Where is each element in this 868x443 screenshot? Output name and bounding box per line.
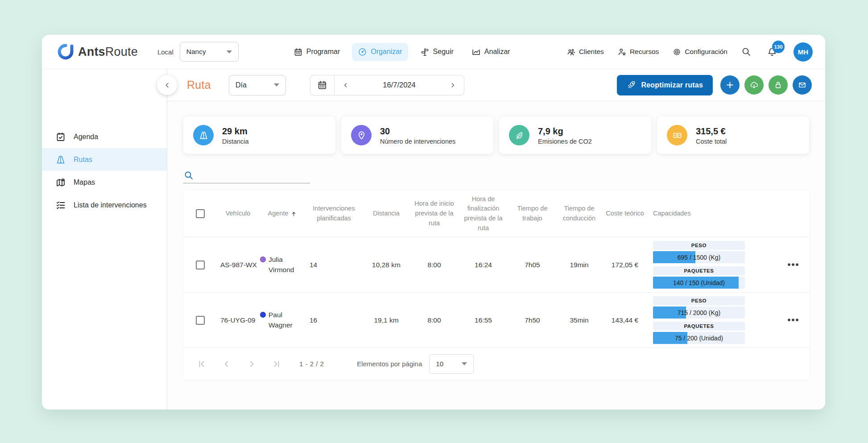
notifications-count-badge: 130 [772,41,785,53]
plus-icon [725,80,735,90]
tab-analizar[interactable]: Analizar [466,43,516,61]
previous-page-button[interactable] [222,359,231,369]
road-icon [193,125,214,145]
col-header-coste[interactable]: Coste teórico [603,209,647,219]
current-date: 16/7/2024 [357,75,442,95]
col-header-vehiculo[interactable]: Vehículo [217,209,259,219]
user-avatar[interactable]: MH [794,42,813,62]
stat-value: 315,5 € [696,125,727,137]
col-header-hora-fin[interactable]: Hora de finalización prevista de la ruta [458,195,509,233]
table-search-input[interactable] [198,169,310,181]
antsroute-logo-icon [57,43,74,60]
capacity-progressbar: 75 / 200 (Unidad) [653,332,745,344]
row-checkbox[interactable] [196,316,205,325]
cell-agent: Julia Virmond [259,255,306,275]
sidebar-item-agenda[interactable]: Agenda [42,125,167,148]
last-page-icon [272,359,281,369]
row-menu-button[interactable]: ••• [778,315,809,325]
pin-icon [351,125,372,145]
capacity-peso: PESO 715 / 2000 (Kg) [653,296,778,319]
chevron-right-icon [449,82,456,89]
col-header-capacidades[interactable]: Capacidades [647,209,778,219]
global-search-button[interactable] [741,46,752,57]
cell-distance: 10,28 km [362,261,411,269]
col-header-agente[interactable]: Agente [259,209,306,219]
map-pin-icon [55,177,66,188]
first-page-button[interactable] [197,359,207,369]
cell-driving-time: 19min [556,261,603,269]
road-icon [55,154,66,165]
col-header-tiempo-conduccion[interactable]: Tiempo de conducción [556,204,603,224]
stat-card-distancia: 29 km Distancia [183,116,335,154]
select-all-checkbox[interactable] [196,209,205,218]
sidebar-item-rutas[interactable]: Rutas [42,148,167,171]
col-header-distancia[interactable]: Distancia [362,209,411,219]
calendar-icon [293,47,303,57]
cell-driving-time: 35min [556,316,603,324]
next-page-button[interactable] [247,359,256,369]
row-checkbox[interactable] [196,261,205,269]
chart-icon [471,47,481,57]
gauge-icon [358,47,367,57]
tab-programar[interactable]: Programar [288,43,346,61]
stat-card-emisiones: 7,9 kg Emisiones de CO2 [499,116,651,154]
route-toolbar: Ruta Día 16/7/2024 [167,69,825,101]
first-page-icon [197,359,207,369]
tab-organizar[interactable]: Organizar [352,43,408,61]
tab-seguir[interactable]: Seguir [414,43,459,61]
chevron-left-icon [163,81,171,89]
cell-cost: 172,05 € [603,261,647,269]
collapse-sidebar-button[interactable] [157,75,177,95]
sidebar-item-mapas[interactable]: Mapas [42,171,167,194]
open-calendar-button[interactable] [310,75,335,95]
local-selector-group: Local Nancy [157,42,239,62]
app-window: AntsRoute Local Nancy Programar Org [42,35,825,410]
table-header-row: Vehículo Agente Intervenciones planifica… [183,190,809,237]
sidebar: Agenda Rutas Mapas Lista [42,69,167,410]
local-select[interactable]: Nancy [180,42,239,62]
rocket-icon [627,80,636,90]
capacity-peso: PESO 695 / 1500 (Kg) [653,241,778,263]
reoptimize-routes-button[interactable]: Reoptimizar rutas [617,75,713,95]
row-menu-button[interactable]: ••• [778,260,809,270]
email-routes-button[interactable] [793,75,812,95]
chevron-left-icon [342,82,349,89]
navbar-right-group: Clientes Recursos Configuración [566,42,813,62]
nav-link-clientes[interactable]: Clientes [566,47,604,57]
banknote-icon [667,125,687,145]
chevron-left-icon [222,359,231,369]
col-header-intervenciones[interactable]: Intervenciones planificadas [306,204,362,224]
add-route-button[interactable] [720,75,740,95]
stat-label: Distancia [222,138,249,145]
cloud-download-icon [749,80,759,90]
stat-value: 7,9 kg [538,125,592,137]
top-navbar: AntsRoute Local Nancy Programar Org [42,35,825,69]
lock-routes-button[interactable] [769,75,788,95]
sidebar-item-lista-intervenciones[interactable]: Lista de intervenciones [42,194,167,216]
export-download-button[interactable] [744,75,764,95]
previous-day-button[interactable] [335,75,357,95]
toolbar-actions: Reoptimizar rutas [617,75,812,95]
chevron-down-icon [274,83,279,87]
period-select[interactable]: Día [229,75,286,95]
per-page-select[interactable]: 10 [429,354,474,374]
col-header-tiempo-trabajo[interactable]: Tiempo de trabajo [509,204,556,224]
envelope-icon [798,80,807,90]
stat-value: 30 [380,125,455,137]
next-day-button[interactable] [442,75,464,95]
agent-color-dot [260,312,266,318]
lock-icon [773,80,783,90]
cell-start-time: 8:00 [411,261,458,269]
last-page-button[interactable] [272,359,281,369]
cell-end-time: 16:24 [458,261,509,269]
chevron-down-icon [227,50,232,54]
notifications-button[interactable]: 130 [767,46,777,57]
col-header-hora-inicio[interactable]: Hora de inicio prevista de la ruta [411,199,458,228]
user-gear-icon [617,47,627,57]
nav-link-configuracion[interactable]: Configuración [672,47,727,57]
table-pagination: 1 - 2 / 2 Elementos por página 10 [183,348,809,380]
nav-link-recursos[interactable]: Recursos [617,47,659,57]
capacity-label: PAQUETES [653,266,745,275]
cell-capacities: PESO 695 / 1500 (Kg) PAQUETES 140 / 150 … [647,241,778,289]
gear-icon [672,47,682,57]
